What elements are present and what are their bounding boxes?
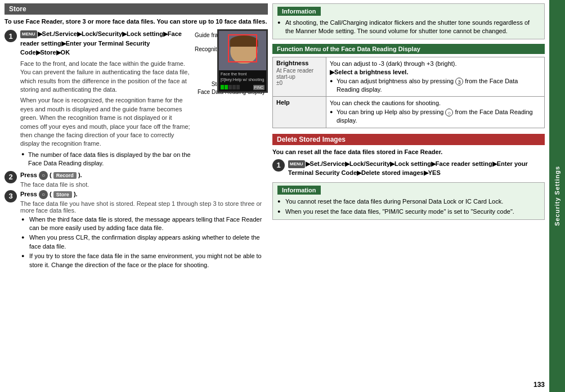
delete-step-1: 1 MENU▶Set./Service▶Lock/Security▶Lock s… — [272, 159, 545, 178]
delete-step-1-path: MENU▶Set./Service▶Lock/Security▶Lock set… — [288, 159, 545, 178]
delete-intro: You can reset all the face data files st… — [272, 148, 545, 156]
store-section-title: Store — [5, 3, 268, 15]
step-3-content: Press ○ ( Store ). The face data file yo… — [20, 190, 268, 269]
info2-bullet-1: ● You cannot reset the face data files d… — [277, 197, 540, 206]
left-column: Store To use Face Reader, store 3 or mor… — [5, 3, 268, 389]
step-1-number: 1 — [5, 30, 17, 42]
func-desc-brightness: You can adjust to -3 (dark) through +3 (… — [326, 57, 545, 97]
step-1-path: MENU▶Set./Service▶Lock/Security▶Lock set… — [20, 29, 191, 57]
info-box-2: Information ● You cannot reset the face … — [272, 182, 545, 220]
step-3-desc: The face data file you have shot is stor… — [20, 200, 268, 214]
intro-text: To use Face Reader, store 3 or more face… — [5, 17, 268, 26]
step-1-content: MENU▶Set./Service▶Lock/Security▶Lock set… — [20, 29, 191, 168]
step-3-bullet1: ● When the third face data file is store… — [20, 215, 268, 233]
info-title-2: Information — [277, 186, 321, 195]
step-3-bullet2: ● When you press CLR, the confirmation d… — [20, 233, 268, 251]
func-row-brightness: Brightness At Face readerstart-up±0 You … — [273, 57, 545, 97]
info-bullet-1: ● At shooting, the Call/Charging indicat… — [277, 19, 540, 36]
func-desc-help: You can check the cautions for shooting.… — [326, 97, 545, 128]
step-2: 2 Press ○ ( Record ). The face data file… — [5, 171, 268, 188]
face-diagram: Guide frame Recognition frame — [195, 29, 268, 96]
info2-bullet-2: ● When you reset the face data files, "P… — [277, 208, 540, 216]
step-1-desc2: When your face is recognized, the recogn… — [20, 96, 191, 148]
step-2-content: Press ○ ( Record ). The face data file i… — [20, 171, 89, 188]
function-table: Brightness At Face readerstart-up±0 You … — [272, 57, 545, 128]
step-3-bullet3: ● If you try to store the face data file… — [20, 252, 268, 269]
step-3: 3 Press ○ ( Store ). The face data file … — [5, 190, 268, 269]
sidebar: Security Settings — [549, 0, 565, 392]
info-box-1: Information ● At shooting, the Call/Char… — [272, 3, 545, 39]
delete-step-1-number: 1 — [272, 159, 285, 172]
step-2-number: 2 — [5, 171, 17, 183]
step-2-desc: The face data file is shot. — [20, 181, 89, 188]
info-title-1: Information — [277, 7, 321, 16]
func-name-brightness: Brightness At Face readerstart-up±0 — [273, 57, 326, 97]
sidebar-label: Security Settings — [554, 166, 560, 226]
step-1: 1 MENU▶Set./Service▶Lock/Security▶Lock s… — [5, 29, 268, 168]
func-name-help: Help — [273, 97, 326, 128]
delete-section-title: Delete Stored Images — [272, 134, 545, 145]
step-3-number: 3 — [5, 190, 17, 202]
step-1-desc: Face to the front, and locate the face w… — [20, 60, 191, 94]
func-menu-title: Function Menu of the Face Data Reading D… — [272, 44, 545, 54]
func-row-help: Help You can check the cautions for shoo… — [273, 97, 545, 128]
page-number: 133 — [533, 381, 545, 389]
step-1-bullet1: ● The number of face data files is displ… — [20, 151, 191, 168]
right-column: Information ● At shooting, the Call/Char… — [272, 3, 545, 389]
face-display-box: Face the front[0]key:Help w/ shooting — [217, 29, 268, 93]
